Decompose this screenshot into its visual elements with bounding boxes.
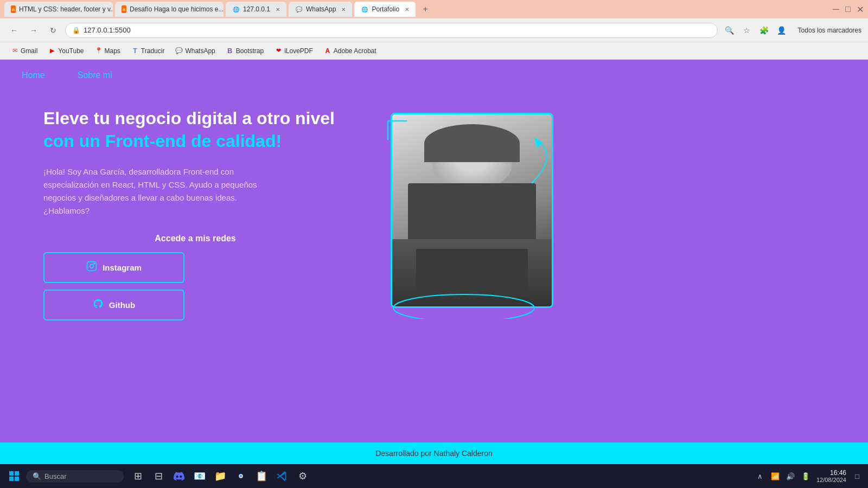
- instagram-button[interactable]: Instagram: [43, 252, 184, 283]
- tab-favicon-localhost: 🌐: [232, 5, 240, 13]
- bookmark-ilovepdf-label: iLovePDF: [284, 47, 313, 55]
- github-label: Github: [109, 300, 135, 310]
- tab-label-whatsapp: WhatsApp: [306, 5, 336, 13]
- sound-icon[interactable]: 🔊: [784, 470, 797, 483]
- github-icon: [93, 298, 104, 312]
- nav-sobre-mi[interactable]: Sobre mi: [78, 70, 112, 80]
- bookmark-gmail-label: Gmail: [21, 47, 37, 55]
- chevron-tray-icon[interactable]: ∧: [754, 470, 767, 483]
- bookmark-maps[interactable]: 📍 Maps: [91, 46, 125, 56]
- hero-image-box: [391, 113, 553, 308]
- bookmark-gmail[interactable]: ✉ Gmail: [7, 46, 42, 56]
- clock-date: 12/08/2024: [816, 477, 846, 483]
- battery-icon[interactable]: 🔋: [799, 470, 812, 483]
- vscode-taskbar-icon[interactable]: [272, 466, 292, 486]
- tab-favicon-html: a: [11, 5, 16, 13]
- taskbar-app-icons: ⊞ ⊟ 📧 📁 📋 ⚙: [128, 466, 312, 486]
- addressbar-actions: 🔍 ☆ 🧩 👤: [722, 23, 789, 38]
- website-content: Home Sobre mi Eleve tu negocio digital a…: [0, 60, 868, 464]
- discord-icon[interactable]: [169, 466, 189, 486]
- github-button[interactable]: Github: [43, 290, 184, 320]
- lock-icon: 🔒: [72, 27, 80, 34]
- forward-button[interactable]: →: [26, 23, 41, 38]
- system-tray: ∧ 📶 🔊 🔋: [754, 470, 812, 483]
- reload-button[interactable]: ↻: [46, 23, 61, 38]
- nav-home[interactable]: Home: [22, 70, 45, 80]
- profile-button[interactable]: 👤: [774, 23, 789, 38]
- maps-icon: 📍: [95, 47, 103, 55]
- new-tab-button[interactable]: +: [418, 2, 433, 17]
- email-taskbar-icon[interactable]: 📧: [190, 466, 209, 486]
- tab-favicon-desafio: a: [122, 5, 126, 13]
- network-icon[interactable]: 📶: [769, 470, 782, 483]
- bookmark-acrobat-label: Adobe Acrobat: [334, 47, 376, 55]
- tab-close-localhost[interactable]: ✕: [276, 7, 280, 12]
- instagram-icon: [86, 261, 97, 274]
- close-window-button[interactable]: ✕: [856, 5, 864, 13]
- tab-desafio[interactable]: a Desafío Haga lo que hicimos e... ✕: [115, 2, 224, 17]
- svg-rect-8: [15, 477, 19, 481]
- bookmark-traducir[interactable]: T Traducir: [127, 46, 169, 56]
- tab-label-desafio: Desafío Haga lo que hicimos e...: [130, 5, 224, 13]
- minimize-button[interactable]: ─: [832, 5, 840, 13]
- taskbar-search-text: Buscar: [44, 472, 66, 480]
- widgets-button[interactable]: ⊟: [149, 466, 168, 486]
- svg-rect-5: [9, 471, 14, 476]
- bookmark-youtube-label: YouTube: [58, 47, 84, 55]
- svg-rect-6: [15, 471, 19, 476]
- bookmark-maps-label: Maps: [105, 47, 120, 55]
- bookmark-whatsapp-label: WhatsApp: [185, 47, 215, 55]
- gmail-icon: ✉: [11, 47, 18, 55]
- settings-taskbar-icon[interactable]: ⚙: [293, 466, 312, 486]
- ilovepdf-icon: ❤: [275, 47, 282, 55]
- hero-title: Eleve tu negocio digital a otro nivel co…: [43, 107, 347, 152]
- zoom-button[interactable]: 🔍: [722, 23, 737, 38]
- titlebar: a HTML y CSS: header, footer y v... ✕ a …: [0, 0, 868, 18]
- start-button[interactable]: [4, 466, 24, 486]
- bookmark-button[interactable]: ☆: [739, 23, 755, 38]
- system-clock[interactable]: 16:46 12/08/2024: [816, 469, 846, 483]
- taskbar-search[interactable]: 🔍 Buscar: [26, 470, 124, 483]
- acrobat-icon: A: [324, 47, 331, 55]
- youtube-icon: ▶: [48, 47, 56, 55]
- hero-title-white: Eleve tu negocio digital a otro nivel: [43, 108, 335, 128]
- site-footer: Desarrollado por Nathaly Calderon: [0, 442, 868, 464]
- bookmarks-bar: ✉ Gmail ▶ YouTube 📍 Maps T Traducir 💬 Wh…: [0, 42, 868, 60]
- tab-label-portafolio: Portafolio: [372, 5, 399, 13]
- instagram-label: Instagram: [103, 263, 142, 272]
- taskbar-right: ∧ 📶 🔊 🔋 16:46 12/08/2024 □: [754, 469, 864, 483]
- hero-title-cyan: con un Front-end de calidad!: [43, 131, 282, 151]
- notification-button[interactable]: □: [851, 470, 864, 483]
- bookmark-acrobat[interactable]: A Adobe Acrobat: [320, 46, 381, 56]
- maximize-button[interactable]: □: [844, 5, 852, 13]
- tab-close-portafolio[interactable]: ✕: [405, 7, 409, 12]
- site-navigation: Home Sobre mi: [0, 60, 868, 91]
- bookmark-ilovepdf[interactable]: ❤ iLovePDF: [270, 46, 317, 56]
- taskview-button[interactable]: ⊞: [128, 466, 148, 486]
- back-button[interactable]: ←: [7, 23, 22, 38]
- tab-portafolio[interactable]: 🌐 Portafolio ✕: [354, 2, 416, 17]
- tab-whatsapp[interactable]: 💬 WhatsApp ✕: [289, 2, 352, 17]
- tab-localhost[interactable]: 🌐 127.0.0.1 ✕: [226, 2, 286, 17]
- svg-point-11: [240, 475, 242, 477]
- extension-button[interactable]: 🧩: [757, 23, 772, 38]
- url-input[interactable]: 🔒 127.0.0.1:5500: [65, 23, 718, 38]
- tab-label-localhost: 127.0.0.1: [243, 5, 270, 13]
- chrome-taskbar-icon[interactable]: [231, 466, 251, 486]
- url-text: 127.0.0.1:5500: [84, 26, 131, 34]
- hero-description: ¡Hola! Soy Ana García, desarrolladora Fr…: [43, 165, 282, 217]
- tab-html-css[interactable]: a HTML y CSS: header, footer y v... ✕: [4, 2, 113, 17]
- browser-window: a HTML y CSS: header, footer y v... ✕ a …: [0, 0, 868, 488]
- bookmark-bootstrap[interactable]: B Bootstrap: [222, 46, 268, 56]
- hero-image-container: [380, 113, 553, 319]
- hero-section: Eleve tu negocio digital a otro nivel co…: [0, 91, 868, 442]
- tab-close-whatsapp[interactable]: ✕: [341, 7, 346, 12]
- folder-taskbar-icon[interactable]: 📁: [210, 466, 230, 486]
- bookmark-whatsapp[interactable]: 💬 WhatsApp: [171, 46, 219, 56]
- taskbar: 🔍 Buscar ⊞ ⊟ 📧 📁 📋 ⚙ ∧ 📶 🔊: [0, 464, 868, 488]
- hero-text-content: Eleve tu negocio digital a otro nivel co…: [43, 107, 347, 327]
- taskbar-search-icon: 🔍: [33, 472, 41, 480]
- files-taskbar-icon[interactable]: 📋: [252, 466, 271, 486]
- bookmark-youtube[interactable]: ▶ YouTube: [44, 46, 88, 56]
- tab-favicon-portafolio: 🌐: [361, 5, 368, 13]
